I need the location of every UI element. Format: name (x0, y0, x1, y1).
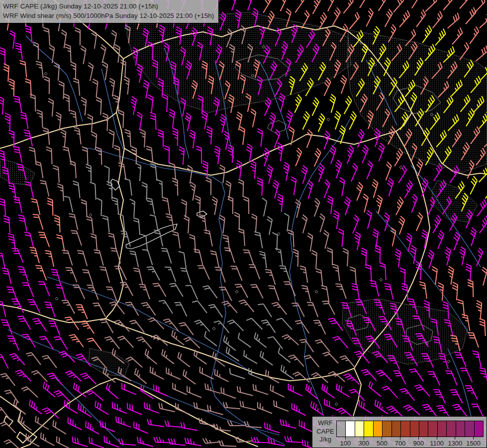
weather-map-canvas (0, 0, 487, 448)
cape-color-cell-6 (391, 421, 400, 437)
cape-color-cell-7 (400, 421, 409, 437)
cape-color-cell-5 (382, 421, 391, 437)
cape-legend-panel: WRF CAPE J/kg 10030050070090011001300150… (312, 416, 487, 448)
cape-tick-label: 1300 (448, 440, 462, 447)
cape-tick-label: 500 (377, 440, 388, 447)
cape-color-cell-11 (437, 421, 446, 437)
cape-color-cell-9 (419, 421, 428, 437)
cape-color-cell-0 (337, 421, 345, 437)
cape-tick-label: 700 (395, 440, 406, 447)
cape-color-cell-10 (428, 421, 437, 437)
wrf-weather-map-page: { "title": { "line1": "WRF CAPE (J/kg) S… (0, 0, 487, 448)
legend-label-model: WRF (315, 419, 336, 428)
legend-labels: WRF CAPE J/kg (315, 419, 336, 444)
cape-color-cell-13 (456, 421, 465, 437)
cape-tick-label: 100 (340, 440, 351, 447)
title-line-windshear: WRF Wind shear (m/s) 500/1000hPa Sunday … (3, 11, 214, 20)
legend-label-param: CAPE (315, 428, 336, 436)
cape-color-cell-3 (364, 421, 373, 437)
cape-colorbar-ticks: 100300500700900110013001500 (336, 437, 483, 448)
cape-color-cell-4 (373, 421, 382, 437)
legend-label-unit: J/kg (315, 436, 336, 444)
cape-color-cell-12 (446, 421, 455, 437)
cape-tick-label: 1500 (466, 440, 481, 447)
cape-colorbar (336, 421, 484, 437)
title-line-cape: WRF CAPE (J/kg) Sunday 12-10-2025 21:00 … (3, 1, 214, 11)
cape-tick-label: 900 (413, 440, 424, 447)
cape-color-cell-8 (410, 421, 419, 437)
cape-color-cell-1 (345, 421, 354, 437)
cape-color-cell-14 (465, 421, 474, 437)
cape-tick-label: 1100 (430, 440, 444, 447)
cape-tick-label: 300 (358, 440, 369, 447)
cape-color-cell-15 (474, 421, 483, 437)
title-panel: WRF CAPE (J/kg) Sunday 12-10-2025 21:00 … (0, 0, 219, 23)
cape-color-cell-2 (355, 421, 364, 437)
